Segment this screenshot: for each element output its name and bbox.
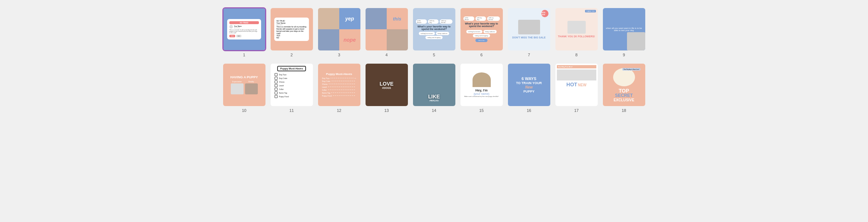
replay-badge: The Replay is Now Live! (622, 68, 640, 71)
checklist-item-3: Chews (275, 80, 309, 83)
slide-number-1: 1 (243, 53, 245, 57)
slide-thumbnail-4[interactable]: this that (365, 7, 409, 51)
like-text: LIKE (428, 94, 440, 99)
slide-card-12[interactable]: Puppy Must-Haves Dog Toys ✄ Dog Crate Ch… (317, 63, 361, 113)
slide15-body: Make sure to download my free new puppy … (464, 95, 499, 97)
slide-number-5: 5 (433, 53, 435, 57)
poll-opt-3[interactable]: eating and shopping (425, 36, 442, 39)
row-1: SO TRUE! Your Name @username This is a r… (7, 7, 861, 57)
slide-thumbnail-5[interactable]: at the Beach with my dog with my friends… (412, 7, 456, 51)
dashed-item-1: Dog Toys ✄ (322, 77, 356, 79)
slide-thumbnail-8[interactable]: THANK YOU THANK YOU 2K FOLLOWERS! (555, 7, 599, 51)
reality-label: Reality (248, 80, 254, 83)
slide-number-17: 17 (574, 108, 578, 113)
slide-thumbnail-14[interactable]: LIKE #WALKS (412, 63, 456, 107)
slide-thumbnail-2[interactable]: SO TRUE! Your Name @username This is a r… (270, 7, 314, 51)
slide-card-10[interactable]: HAVING A PUPPY Expectation Reality 10 (222, 63, 266, 113)
dog-image-9 (627, 32, 645, 50)
name-bracket: {your name} (474, 92, 489, 95)
blog-image (557, 69, 596, 80)
poll6-opt2[interactable]: being outdoors (483, 30, 497, 33)
slide-thumbnail-10[interactable]: HAVING A PUPPY Expectation Reality (222, 63, 266, 107)
slide-number-12: 12 (337, 108, 341, 113)
dashed-item-2: Dog Crate (322, 80, 356, 82)
slide-number-14: 14 (432, 108, 436, 113)
slide-number-15: 15 (479, 108, 483, 113)
new-text: NEW (578, 83, 586, 87)
slide-thumbnail-16[interactable]: 6 WAYS TO TRAIN YOUR New PUPPY (507, 63, 551, 107)
slide-number-3: 3 (338, 53, 340, 57)
thank-you-badge: THANK YOU (585, 10, 596, 12)
ways-text: 6 WAYS TO TRAIN YOUR New PUPPY (516, 76, 542, 94)
poll-opt-1[interactable]: nothing but movies (419, 32, 435, 35)
slide-thumbnail-13[interactable]: LOVE #DOGS (365, 63, 409, 107)
poll-tab-friends: with my friends (440, 19, 452, 24)
dashed-item-5: Collar (322, 89, 356, 91)
slide-number-8: 8 (575, 53, 577, 57)
slide-card-15[interactable]: Hey, I'm {your name} Make sure to downlo… (460, 63, 504, 113)
checklist-item-5: Collar (275, 88, 309, 91)
poll-tab-dog: with my dog (428, 19, 439, 24)
checklist-item-6: Name Tag (275, 91, 309, 94)
checklist-item-7: Puppy Food (275, 95, 309, 98)
person-image (473, 72, 491, 87)
checklist-item-4: Leash (275, 84, 309, 87)
avatar-circle (229, 25, 233, 29)
slide-thumbnail-17[interactable]: New Blog Post Alert! HOT NEW (555, 63, 599, 107)
slide-thumbnail-6[interactable]: at the Beach with my dog with my friends… (460, 7, 504, 51)
6-ways-number: 6 WAYS (521, 76, 536, 81)
slide-thumbnail-1[interactable]: SO TRUE! Your Name @username This is a r… (222, 7, 266, 51)
slide-thumbnail-18[interactable]: The Replay is Now Live! TOP SECRET EXCLU… (602, 63, 646, 107)
this-text: this (393, 16, 401, 22)
hey-text: Hey, I'm (475, 89, 488, 92)
slide-card-3[interactable]: yep nope 3 (317, 7, 361, 57)
slide-thumbnail-15[interactable]: Hey, I'm {your name} Make sure to downlo… (460, 63, 504, 107)
slide-card-7[interactable]: 30% OFF DON'T MISS THE BIG SALE 7 (507, 7, 551, 57)
slide-card-16[interactable]: 6 WAYS TO TRAIN YOUR New PUPPY 16 (507, 63, 551, 113)
love-text: LOVE (379, 81, 393, 87)
slide-card-18[interactable]: The Replay is Now Live! TOP SECRET EXCLU… (602, 63, 646, 113)
slide-card-11[interactable]: Puppy Must-Haves Dog Toys Dog Crate Chew… (270, 63, 314, 113)
top-secret-text: TOP SECRET EXCLUSIVE (613, 88, 634, 102)
card-body-text: This is a reminder for all my traveling … (229, 29, 259, 34)
checklist12-title: Puppy Must-Haves (326, 72, 352, 76)
puppy-label: PUPPY (523, 90, 535, 93)
poll6-opt3[interactable]: eating and shopping (473, 34, 490, 37)
slide-thumbnail-9[interactable]: when all you want want in life is to be … (602, 7, 646, 51)
to-train: TO TRAIN YOUR (516, 81, 542, 85)
slide-card-8[interactable]: THANK YOU THANK YOU 2K FOLLOWERS! 8 (555, 7, 599, 57)
slide-thumbnail-12[interactable]: Puppy Must-Haves Dog Toys ✄ Dog Crate Ch… (317, 63, 361, 107)
user-handle: @username (234, 27, 242, 29)
walks-hashtag: #WALKS (428, 99, 440, 102)
slide-card-9[interactable]: when all you want want in life is to be … (602, 7, 646, 57)
dashed-item-7: Puppy Food (322, 95, 356, 97)
slide-number-7: 7 (528, 53, 530, 57)
yep-text: yep (345, 16, 354, 22)
thank-you-text: THANK YOU 2K FOLLOWERS! (558, 35, 595, 38)
slide-card-2[interactable]: SO TRUE! Your Name @username This is a r… (270, 7, 314, 57)
yes-button[interactable]: YES (229, 35, 235, 37)
expectation-image (231, 83, 244, 94)
sale-badge: 30% OFF (541, 10, 548, 17)
no-btn-2[interactable]: NO (276, 37, 307, 39)
slide-card-6[interactable]: at the Beach with my dog with my friends… (460, 7, 504, 57)
no-button[interactable]: NO (236, 35, 241, 37)
poll-question-6: What's your favorite way to spend the we… (463, 22, 500, 27)
slide-thumbnail-7[interactable]: 30% OFF DON'T MISS THE BIG SALE (507, 7, 551, 51)
slide-card-17[interactable]: New Blog Post Alert! HOT NEW 17 (555, 63, 599, 113)
slide-card-14[interactable]: LIKE #WALKS 14 (412, 63, 456, 113)
expectation-label: Expectation (232, 80, 242, 83)
slide-card-5[interactable]: at the Beach with my dog with my friends… (412, 7, 456, 57)
slide-card-13[interactable]: LOVE #DOGS 13 (365, 63, 409, 113)
poll-opt-2[interactable]: being outdoors (436, 32, 449, 35)
slide-card-4[interactable]: this that 4 (365, 7, 409, 57)
slide-thumbnail-3[interactable]: yep nope (317, 7, 361, 51)
poll6-tab-beach: at the Beach (463, 16, 474, 21)
poll6-opt1[interactable]: nothing but movies (466, 30, 482, 33)
love-hashtag: #DOGS (379, 87, 393, 89)
slide-card-1[interactable]: SO TRUE! Your Name @username This is a r… (222, 7, 266, 57)
poll6-link[interactable]: link in bio (475, 39, 487, 42)
blog-alert: New Blog Post Alert! (557, 65, 596, 68)
slide-thumbnail-11[interactable]: Puppy Must-Haves Dog Toys Dog Crate Chew… (270, 63, 314, 107)
slide-number-16: 16 (527, 108, 531, 113)
